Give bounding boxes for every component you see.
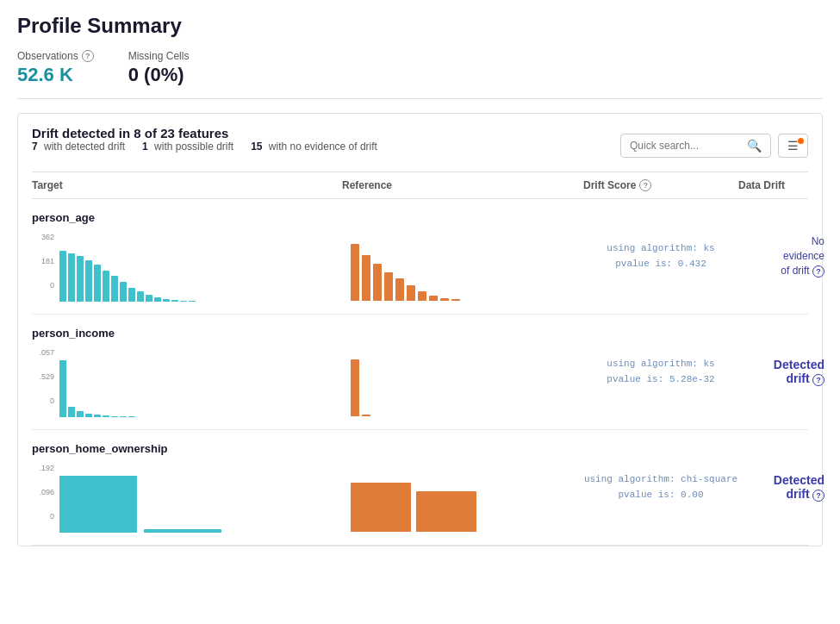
bar — [418, 291, 426, 301]
bar — [120, 416, 127, 417]
feature-target-col-home: person_home_ownership .192 .096 0 — [32, 442, 342, 533]
bar — [154, 297, 161, 302]
bar — [362, 255, 370, 301]
drift-question-icon-home[interactable]: ? — [812, 490, 824, 502]
missing-cells-label: Missing Cells — [128, 50, 190, 62]
drift-status-income: Detecteddrift ? — [738, 358, 824, 386]
feature-reference-col-home — [342, 444, 583, 532]
bar — [85, 260, 92, 302]
bar — [451, 299, 460, 300]
bar — [407, 285, 415, 300]
bar — [171, 300, 178, 302]
bar — [94, 265, 101, 302]
bar — [59, 360, 66, 417]
feature-row-person-age: person_age 362 181 0 — [32, 199, 808, 315]
bar — [163, 299, 170, 302]
feature-row-person-income: person_income .057 .529 0 — [32, 315, 808, 430]
bar — [189, 301, 196, 302]
feature-reference-col-age — [342, 213, 583, 301]
bar — [111, 276, 118, 302]
detected-count: 7 — [32, 140, 38, 153]
bar — [440, 298, 449, 301]
filter-active-dot — [798, 138, 804, 144]
bar — [351, 483, 411, 531]
bar — [137, 291, 144, 302]
bar — [128, 288, 135, 303]
bar — [111, 416, 118, 417]
drift-summary: 7 with detected drift 1 with possible dr… — [32, 140, 377, 153]
drift-question-icon-income[interactable]: ? — [812, 374, 824, 386]
bar — [94, 415, 101, 417]
bar — [373, 264, 382, 301]
col-data-drift: Data Drift — [738, 179, 824, 191]
drift-panel: Drift detected in 8 of 23 features 7 wit… — [17, 113, 823, 546]
bar — [146, 295, 152, 302]
bar — [68, 253, 75, 302]
col-reference: Reference — [342, 179, 583, 191]
drift-header: Drift detected in 8 of 23 features 7 wit… — [32, 126, 808, 165]
drift-title: Drift detected in 8 of 23 features — [32, 126, 377, 140]
filter-button[interactable]: ☰ — [778, 134, 808, 158]
bar — [144, 529, 221, 533]
feature-name-income: person_income — [32, 327, 342, 345]
observations-label: Observations ? — [17, 50, 94, 62]
bar — [103, 271, 109, 302]
bar — [59, 251, 66, 302]
algorithm-info-age: using algorithm: ks pvalue is: 0.432 — [583, 241, 738, 271]
bar — [351, 359, 359, 416]
drift-score-info-icon[interactable]: ? — [639, 179, 651, 191]
search-input[interactable] — [630, 140, 742, 152]
observations-info-icon[interactable]: ? — [82, 50, 94, 62]
algorithm-info-income: using algorithm: ks pvalue is: 5.28e-32 — [583, 357, 738, 387]
bar — [384, 272, 393, 301]
drift-status-age: Noevidenceof drift ? — [738, 234, 824, 278]
search-filter-area: 🔍 ☰ — [620, 134, 808, 158]
missing-cells-stat: Missing Cells 0 (0%) — [128, 50, 190, 86]
bar — [85, 414, 92, 417]
feature-row-home-ownership: person_home_ownership .192 .096 0 — [32, 430, 808, 546]
algorithm-info-home: using algorithm: chi-square pvalue is: 0… — [583, 472, 738, 502]
bar — [120, 282, 127, 302]
bar — [395, 278, 404, 300]
bar — [77, 411, 84, 417]
bar — [68, 407, 75, 417]
bar — [429, 296, 438, 300]
drift-status-home: Detecteddrift ? — [738, 473, 824, 502]
drift-question-icon-age[interactable]: ? — [812, 265, 824, 278]
feature-target-col-age: person_age 362 181 0 — [32, 211, 342, 302]
feature-reference-col-income — [342, 328, 583, 416]
bar — [416, 491, 476, 531]
search-box[interactable]: 🔍 — [620, 134, 771, 158]
feature-target-col-income: person_income .057 .529 0 — [32, 327, 342, 417]
bar — [180, 301, 187, 302]
observations-stat: Observations ? 52.6 K — [17, 50, 94, 86]
bar — [103, 415, 109, 417]
bar — [77, 256, 84, 302]
page-title: Profile Summary — [17, 14, 823, 38]
stats-row: Observations ? 52.6 K Missing Cells 0 (0… — [17, 50, 823, 99]
feature-name-home: person_home_ownership — [32, 442, 342, 460]
bar — [128, 416, 135, 417]
search-icon: 🔍 — [747, 139, 762, 153]
bar — [351, 244, 359, 301]
bar — [59, 476, 137, 533]
feature-name-age: person_age — [32, 211, 342, 229]
missing-cells-value: 0 (0%) — [128, 64, 190, 86]
col-drift-score: Drift Score ? — [583, 179, 738, 191]
no-evidence-count: 15 — [251, 140, 262, 153]
col-target: Target — [32, 179, 342, 191]
possible-count: 1 — [142, 140, 148, 153]
observations-value: 52.6 K — [17, 64, 94, 86]
table-header: Target Reference Drift Score ? Data Drif… — [32, 172, 808, 199]
bar — [362, 415, 370, 416]
